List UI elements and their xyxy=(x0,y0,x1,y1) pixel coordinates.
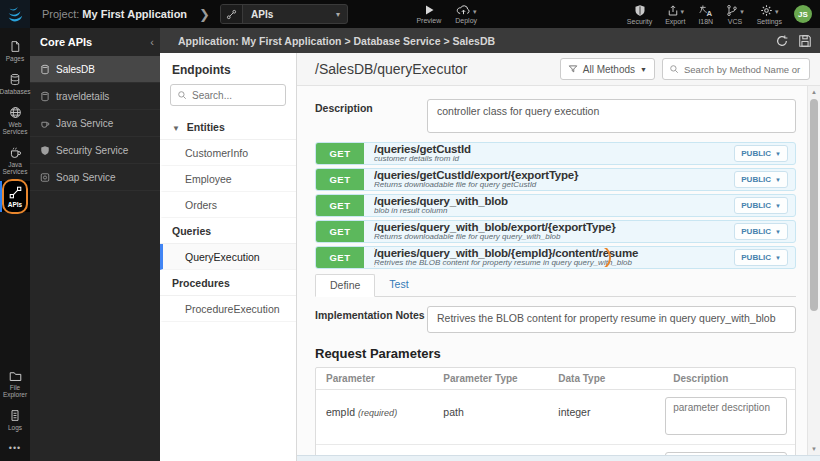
implementation-notes-row: Implementation Notes Retrives the BLOB c… xyxy=(315,306,796,333)
chevron-right-icon: ❯ xyxy=(199,7,210,22)
vcs-button[interactable]: ▾ VCS xyxy=(726,4,744,25)
apis-icon xyxy=(9,186,22,199)
caret-down-icon: ▼ xyxy=(775,203,781,209)
access-dropdown[interactable]: PUBLIC ▼ xyxy=(734,223,788,240)
tree-item-employee[interactable]: Employee xyxy=(160,166,296,192)
scroll-up-icon[interactable]: ▲ xyxy=(808,89,820,95)
refresh-icon[interactable] xyxy=(775,34,789,48)
more-icon[interactable]: ••• xyxy=(0,437,30,461)
pages-icon xyxy=(9,40,21,53)
wavemaker-logo-icon xyxy=(6,5,24,23)
search-icon xyxy=(669,64,679,74)
caret-down-icon: ▼ xyxy=(775,229,781,235)
export-button[interactable]: ▾ Export xyxy=(665,4,685,25)
tree-item-procedureexecution[interactable]: ProcedureExecution xyxy=(160,296,296,322)
endpoints-search[interactable] xyxy=(170,84,286,106)
caret-down-icon: ▼ xyxy=(775,177,781,183)
access-dropdown[interactable]: PUBLIC ▼ xyxy=(734,171,788,188)
databases-icon xyxy=(9,73,21,86)
coffee-icon xyxy=(40,118,50,129)
scrollbar-thumb[interactable] xyxy=(810,99,818,311)
globe-icon xyxy=(9,106,22,119)
request-parameters-title: Request Parameters xyxy=(315,346,796,361)
description-input[interactable]: controller class for query execution xyxy=(427,99,796,133)
endpoint-description: Returns downloadable file for query getC… xyxy=(374,181,734,189)
search-icon xyxy=(177,90,187,100)
main-panel: /SalesDB/queryExecutor All Methods ▼ xyxy=(297,53,820,461)
access-dropdown[interactable]: PUBLIC ▼ xyxy=(734,197,788,214)
settings-button[interactable]: ▾ Settings xyxy=(757,4,782,25)
apis-icon xyxy=(221,4,243,24)
breadcrumb: Application: My First Application > Data… xyxy=(178,35,766,47)
service-item-security-service[interactable]: Security Service xyxy=(30,137,160,164)
endpoint-description: blob in result column xyxy=(374,207,734,215)
method-search[interactable] xyxy=(662,58,810,80)
i18n-button[interactable]: A I18N xyxy=(698,4,713,25)
tab-test[interactable]: Test xyxy=(375,274,422,296)
detail-tabs: Define Test xyxy=(315,274,796,297)
get-method-badge: GET xyxy=(316,221,364,242)
chevron-down-icon: ▾ xyxy=(336,10,347,19)
project-title: My First Application xyxy=(82,8,187,20)
vertical-scrollbar[interactable]: ▲ ▼ xyxy=(807,86,820,455)
parameter-description-input[interactable] xyxy=(665,397,787,435)
shield-icon xyxy=(40,145,50,156)
deploy-button[interactable]: ▾ Deploy xyxy=(455,4,477,24)
method-search-input[interactable] xyxy=(684,64,803,75)
methods-filter-dropdown[interactable]: All Methods ▼ xyxy=(560,58,655,80)
endpoint-row[interactable]: GET /queries/query_with_blob blob in res… xyxy=(315,194,796,217)
core-apis-title: Core APIs xyxy=(40,36,150,48)
tree-section-entities[interactable]: ▼ Entities xyxy=(160,114,296,140)
tree-item-orders[interactable]: Orders xyxy=(160,192,296,218)
endpoint-row[interactable]: GET /queries/getCustId/export/{exportTyp… xyxy=(315,168,796,191)
sidebar-item-java-services[interactable]: Java Services xyxy=(0,141,30,179)
sidebar-item-pages[interactable]: Pages xyxy=(0,35,30,66)
save-icon[interactable] xyxy=(798,34,812,48)
sidebar-item-web-services[interactable]: Web Services xyxy=(0,101,30,139)
service-item-soap-service[interactable]: Soap Service xyxy=(30,164,160,191)
get-method-badge: GET xyxy=(316,247,364,268)
column-header: Description xyxy=(663,368,795,389)
service-item-traveldetails[interactable]: traveldetails xyxy=(30,83,160,110)
chevron-down-icon: ▾ xyxy=(775,8,779,16)
chevron-down-icon: ▾ xyxy=(740,8,744,16)
service-item-java-service[interactable]: Java Service xyxy=(30,110,160,137)
table-row: empId (required) path integer xyxy=(316,390,795,444)
implementation-notes-input[interactable]: Retrives the BLOB content for property r… xyxy=(427,306,796,333)
endpoint-list: GET /queries/getCustId customer details … xyxy=(315,142,796,269)
app-logo[interactable] xyxy=(0,0,30,28)
endpoint-row[interactable]: GET /queries/query_with_blob/export/{exp… xyxy=(315,220,796,243)
service-item-salesdb[interactable]: SalesDB xyxy=(30,56,160,83)
endpoint-row-selected[interactable]: GET /queries/query_with_blob/{empId}/con… xyxy=(315,246,796,269)
access-dropdown[interactable]: PUBLIC ▼ xyxy=(734,145,788,162)
sidebar-item-logs[interactable]: Logs xyxy=(0,404,30,435)
tree-item-customerinfo[interactable]: CustomerInfo xyxy=(160,140,296,166)
sidebar-item-apis[interactable]: APIs xyxy=(0,181,30,212)
database-icon xyxy=(40,91,50,102)
sidebar-item-databases[interactable]: Databases xyxy=(0,68,30,99)
required-flag: (required) xyxy=(358,408,397,418)
security-button[interactable]: Security xyxy=(627,4,652,25)
endpoints-panel: Endpoints ▼ Entities CustomerInfo xyxy=(160,53,297,461)
user-avatar[interactable]: JS xyxy=(794,5,812,23)
page-title: /SalesDB/queryExecutor xyxy=(315,61,560,77)
collapse-panel-icon[interactable]: ‹ xyxy=(150,36,154,48)
endpoints-search-input[interactable] xyxy=(192,90,272,101)
caret-down-icon: ▼ xyxy=(775,255,781,261)
top-bar: Project: My First Application ❯ APIs ▾ P… xyxy=(0,0,820,28)
svg-text:A: A xyxy=(706,8,712,16)
parameter-name: empId xyxy=(326,406,355,418)
tree-section-queries[interactable]: Queries xyxy=(160,218,296,244)
tree-section-procedures[interactable]: Procedures xyxy=(160,270,296,296)
endpoint-row[interactable]: GET /queries/getCustId customer details … xyxy=(315,142,796,165)
tree-item-queryexecution[interactable]: QueryExecution xyxy=(160,244,296,270)
sidebar-item-file-explorer[interactable]: File Explorer xyxy=(0,365,30,402)
workspace-dropdown[interactable]: APIs ▾ xyxy=(220,4,348,24)
access-dropdown[interactable]: PUBLIC ▼ xyxy=(734,249,788,266)
scroll-down-icon[interactable]: ▼ xyxy=(808,446,820,452)
tab-define[interactable]: Define xyxy=(315,274,375,297)
preview-button[interactable]: Preview xyxy=(416,4,441,24)
api-designer-window: Project: My First Application ❯ APIs ▾ P… xyxy=(0,0,820,461)
bottom-strip xyxy=(297,455,820,461)
column-header: Data Type xyxy=(548,368,663,389)
